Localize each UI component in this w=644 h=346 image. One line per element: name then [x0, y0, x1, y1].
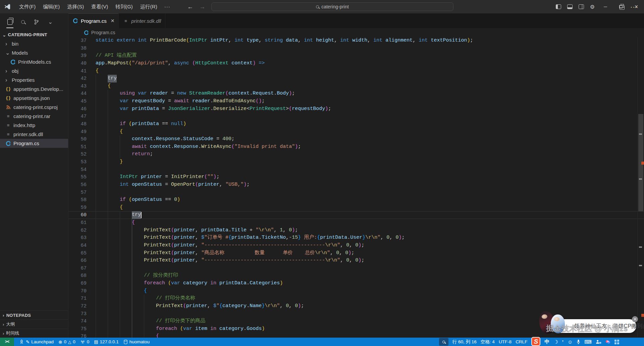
code-line-45[interactable]: 45var requestBody = await reader.ReadToE…: [68, 98, 644, 105]
code-line-61[interactable]: 61{: [68, 219, 644, 227]
explorer-icon[interactable]: [7, 17, 12, 27]
eol-setting[interactable]: CRLF: [516, 339, 527, 344]
command-center[interactable]: catering-print: [211, 2, 453, 11]
comma-icon[interactable]: ’: [562, 339, 564, 345]
code-line-47[interactable]: 47: [68, 113, 644, 120]
remote-indicator[interactable]: ><: [0, 338, 14, 346]
menu-item-运行(R)[interactable]: 运行(R): [137, 2, 161, 11]
encoding-setting[interactable]: UTF-8: [499, 339, 512, 344]
toggle-sidebar-icon[interactable]: [556, 4, 561, 9]
code-line-57[interactable]: 57: [68, 189, 644, 196]
code-line-69[interactable]: 69foreach (var category in printData.Cat…: [68, 280, 644, 287]
moon-icon[interactable]: ☽: [553, 339, 558, 345]
toggle-secondary-sidebar-icon[interactable]: [579, 4, 584, 9]
code-line-54[interactable]: 54: [68, 166, 644, 174]
tree-item-Program.cs[interactable]: Program.cs: [0, 139, 68, 148]
chevron-right-icon[interactable]: ›: [631, 323, 633, 330]
ime-search-box[interactable]: [439, 338, 448, 346]
smiley-icon[interactable]: ☺: [568, 339, 573, 345]
ports-item[interactable]: 0: [78, 338, 92, 346]
code-line-67[interactable]: 67: [68, 265, 644, 272]
tree-item-bin[interactable]: ›bin: [0, 39, 68, 48]
code-line-72[interactable]: 72PrintText(printer, $"{category.Name}\r…: [68, 302, 644, 310]
code-line-53[interactable]: 53}: [68, 158, 644, 166]
code-line-41[interactable]: 41{: [68, 67, 644, 75]
nav-forward-icon[interactable]: →: [199, 3, 205, 10]
editor-more-actions-icon[interactable]: ···: [631, 4, 638, 10]
minimize-button[interactable]: ─: [598, 0, 613, 13]
tree-item-Models[interactable]: ⌄Models: [0, 48, 68, 57]
code-line-70[interactable]: 70{: [68, 287, 644, 295]
code-line-63[interactable]: 63PrintText(printer, $"订单号 #{printData.T…: [68, 234, 644, 242]
nav-back-icon[interactable]: ←: [187, 3, 193, 10]
sogou-ime-icon[interactable]: S: [531, 337, 540, 346]
tree-item-PrintModels.cs[interactable]: PrintModels.cs: [0, 57, 68, 66]
editor-scrollbar[interactable]: [637, 37, 644, 338]
colorful-pet-icon[interactable]: [605, 340, 610, 344]
code-line-49[interactable]: 49{: [68, 128, 644, 136]
code-line-46[interactable]: 46var printData = JsonSerializer.Deseria…: [68, 105, 644, 113]
sidebar-section-NOTEPADS[interactable]: ›NOTEPADS: [0, 310, 68, 320]
tree-item-printer.sdk.dll[interactable]: ≡printer.sdk.dll: [0, 130, 68, 139]
menu-item-转到(G)[interactable]: 转到(G): [112, 2, 137, 11]
tree-item-appsettings.json[interactable]: {}appsettings.json: [0, 94, 68, 103]
code-line-59[interactable]: 59{: [68, 204, 644, 212]
tree-item-obj[interactable]: ›obj: [0, 66, 68, 75]
breadcrumb[interactable]: Program.cs: [68, 28, 644, 37]
indent-setting[interactable]: 空格: 4: [481, 339, 495, 345]
editor[interactable]: 37static extern int PrintBarCode(IntPtr …: [68, 37, 644, 338]
code-line-60[interactable]: 60try: [68, 211, 644, 219]
cursor-position[interactable]: 行 60, 列 16: [452, 339, 477, 345]
database-item[interactable]: huomatou: [121, 338, 152, 346]
launchpad-item[interactable]: ✎ Launchpad: [17, 338, 56, 346]
people-icon[interactable]: [596, 340, 601, 344]
code-line-62[interactable]: 62PrintText(printer, printData.Title + "…: [68, 227, 644, 234]
code-line-52[interactable]: 52return;: [68, 151, 644, 158]
source-control-icon[interactable]: [34, 17, 39, 27]
customize-layout-icon[interactable]: ⚙: [590, 4, 595, 10]
code-line-50[interactable]: 50context.Response.StatusCode = 400;: [68, 135, 644, 143]
tree-item-Properties[interactable]: ›Properties: [0, 75, 68, 84]
tree-item-catering-print.csproj[interactable]: catering-print.csproj: [0, 103, 68, 112]
tree-item-index.http[interactable]: ≡index.http: [0, 121, 68, 130]
toggle-panel-icon[interactable]: [567, 4, 573, 9]
sidebar-section-大纲[interactable]: ›大纲: [0, 320, 68, 329]
microphone-icon[interactable]: [577, 339, 580, 344]
tab-printer.sdk.dll[interactable]: ≡printer.sdk.dll: [119, 13, 165, 28]
code-line-40[interactable]: 40app.MapPost("/api/print", async (HttpC…: [68, 60, 644, 67]
banner-close-icon[interactable]: ✕: [632, 316, 638, 322]
code-line-58[interactable]: 58if (openStatus == 0): [68, 196, 644, 204]
grid-app-icon[interactable]: [614, 340, 619, 344]
code-line-56[interactable]: 56int openStatus = OpenPort(printer, "US…: [68, 181, 644, 189]
menu-more[interactable]: ···: [161, 2, 174, 11]
explorer-root-header[interactable]: ⌄ CATERING-PRINT: [0, 30, 68, 39]
tree-item-appsettings.Develop...[interactable]: {}appsettings.Develop...: [0, 84, 68, 94]
code-line-42[interactable]: 42try: [68, 75, 644, 82]
server-item[interactable]: ▤ 127.0.0.1: [92, 338, 121, 346]
code-line-55[interactable]: 55IntPtr printer = InitPrinter("");: [68, 173, 644, 181]
menu-item-编辑(E)[interactable]: 编辑(E): [39, 2, 63, 11]
ime-language-icon[interactable]: 中: [544, 339, 549, 345]
code-line-64[interactable]: 64PrintText(printer, "------------------…: [68, 242, 644, 249]
code-line-65[interactable]: 65PrintText(printer, "商品名称 数量 单价 总价\r\n"…: [68, 249, 644, 257]
tree-item-catering-print.rar[interactable]: ≡catering-print.rar: [0, 112, 68, 121]
code-line-66[interactable]: 66PrintText(printer, "------------------…: [68, 257, 644, 265]
menu-item-查看(V)[interactable]: 查看(V): [88, 2, 112, 11]
code-line-71[interactable]: 71// 打印分类名称: [68, 295, 644, 302]
tab-Program.cs[interactable]: Program.cs✕: [68, 13, 119, 28]
code-line-43[interactable]: 43{: [68, 82, 644, 90]
code-line-51[interactable]: 51await context.Response.WriteAsync("Inv…: [68, 143, 644, 151]
keyboard-icon[interactable]: ⌨: [584, 339, 592, 345]
code-line-38[interactable]: 38: [68, 45, 644, 52]
code-line-44[interactable]: 44using var reader = new StreamReader(co…: [68, 90, 644, 98]
sidebar-section-时间线[interactable]: ›时间线: [0, 329, 68, 338]
split-editor-icon[interactable]: [620, 5, 625, 10]
menu-item-选择(S)[interactable]: 选择(S): [63, 2, 88, 11]
code-line-68[interactable]: 68// 按分类打印: [68, 272, 644, 280]
menu-item-文件(F)[interactable]: 文件(F): [15, 2, 39, 11]
search-view-icon[interactable]: [21, 17, 25, 27]
problems-item[interactable]: ⊗ 0 △ 0: [56, 338, 78, 346]
code-line-39[interactable]: 39// API 端点配置: [68, 52, 644, 60]
more-views-icon[interactable]: ⌄: [48, 17, 53, 27]
code-line-37[interactable]: 37static extern int PrintBarCode(IntPtr …: [68, 37, 644, 45]
